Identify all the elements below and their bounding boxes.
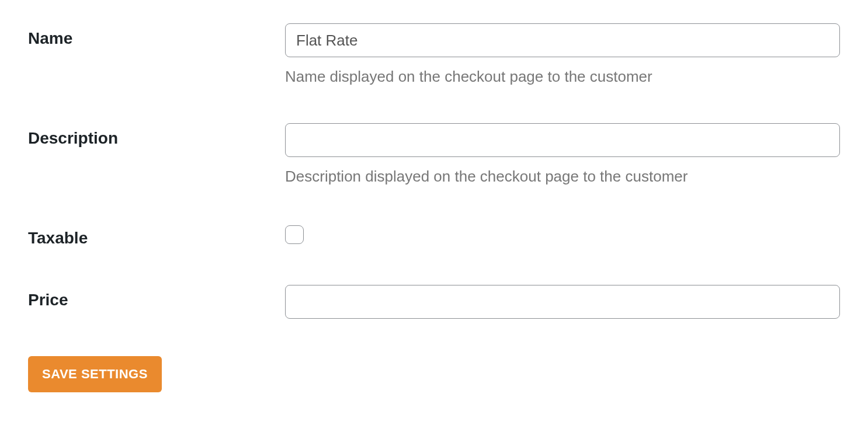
save-settings-button[interactable]: SAVE SETTINGS [28, 356, 162, 392]
button-row: SAVE SETTINGS [28, 356, 840, 392]
price-input[interactable] [285, 285, 840, 319]
name-label-col: Name [28, 23, 285, 48]
name-input[interactable] [285, 23, 840, 57]
taxable-checkbox[interactable] [285, 225, 304, 244]
taxable-field-col [285, 223, 840, 246]
taxable-row: Taxable [28, 223, 840, 248]
name-helper-text: Name displayed on the checkout page to t… [285, 68, 840, 86]
name-field-col: Name displayed on the checkout page to t… [285, 23, 840, 86]
description-input[interactable] [285, 123, 840, 157]
price-label: Price [28, 291, 68, 309]
description-helper-text: Description displayed on the checkout pa… [285, 168, 840, 186]
description-label: Description [28, 129, 118, 147]
description-field-col: Description displayed on the checkout pa… [285, 123, 840, 186]
price-label-col: Price [28, 285, 285, 309]
taxable-label: Taxable [28, 229, 88, 247]
price-field-col [285, 285, 840, 319]
description-row: Description Description displayed on the… [28, 123, 840, 186]
price-row: Price [28, 285, 840, 319]
taxable-label-col: Taxable [28, 223, 285, 248]
name-label: Name [28, 29, 72, 47]
name-row: Name Name displayed on the checkout page… [28, 23, 840, 86]
description-label-col: Description [28, 123, 285, 148]
